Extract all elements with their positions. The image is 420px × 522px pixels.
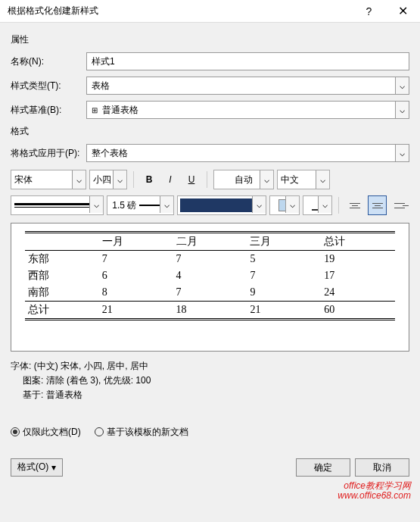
table-cell: 8	[99, 284, 173, 302]
style-preview: 一月 二月 三月 总计 东部 7 7 5 19 西部 6 4 7 17 南部	[11, 223, 409, 352]
desc-line: 字体: (中文) 宋体, 小四, 居中, 居中	[11, 359, 409, 374]
table-cell: 21	[99, 302, 173, 320]
table-cell: 7	[173, 284, 247, 302]
close-button[interactable]: ✕	[386, 0, 420, 23]
chevron-down-icon: ⌵	[113, 170, 126, 189]
dialog-button-bar: 格式(O) ▾ 确定 取消	[0, 454, 420, 484]
table-header: 总计	[321, 233, 395, 251]
chevron-down-icon: ⌵	[395, 145, 409, 161]
preview-table: 一月 二月 三月 总计 东部 7 7 5 19 西部 6 4 7 17 南部	[25, 231, 395, 320]
table-header	[25, 233, 99, 251]
line-weight-dropdown[interactable]: 1.5 磅 ⌵	[107, 195, 174, 215]
style-type-value: 表格	[92, 80, 110, 92]
language-value: 中文	[281, 173, 299, 186]
underline-button[interactable]: U	[182, 170, 201, 189]
style-base-label: 样式基准(B):	[11, 104, 86, 117]
border-preset-dropdown[interactable]: ⌵	[303, 195, 332, 215]
chevron-down-icon: ▾	[51, 462, 56, 473]
chevron-down-icon: ⌵	[316, 170, 329, 189]
font-family-value: 宋体	[14, 173, 33, 186]
title-bar: 根据格式化创建新样式 ? ✕	[0, 0, 420, 23]
apply-to-label: 将格式应用于(P):	[11, 147, 86, 160]
border-color-dropdown[interactable]: ⌵	[177, 195, 266, 215]
table-cell: 东部	[25, 251, 99, 268]
table-cell: 总计	[25, 302, 99, 320]
line-weight-value: 1.5 磅	[112, 199, 136, 212]
align-center-button[interactable]	[368, 195, 387, 215]
border-color-swatch	[180, 198, 263, 212]
table-cell: 7	[173, 251, 247, 268]
radio-label: 仅限此文档(D)	[23, 426, 81, 439]
table-cell: 17	[321, 267, 395, 284]
table-cell: 4	[173, 267, 247, 284]
table-cell: 21	[247, 302, 321, 320]
table-cell: 60	[321, 302, 395, 320]
border-toolbar: ⌵ 1.5 磅 ⌵ ⌵ ⌵ ⌵	[11, 195, 409, 215]
table-cell: 9	[247, 284, 321, 302]
chevron-down-icon: ⌵	[260, 170, 273, 189]
bold-button[interactable]: B	[140, 170, 158, 189]
chevron-down-icon: ⌵	[285, 196, 299, 213]
help-button[interactable]: ?	[352, 0, 386, 23]
table-icon: ⊞	[92, 106, 98, 114]
italic-button[interactable]: I	[161, 170, 179, 189]
radio-icon	[95, 427, 104, 436]
separator	[338, 197, 339, 214]
font-size-dropdown[interactable]: 小四 ⌵	[89, 170, 127, 189]
format-section-label: 格式	[11, 125, 409, 138]
table-cell: 7	[99, 251, 173, 268]
chevron-down-icon: ⌵	[395, 102, 409, 118]
style-name-input[interactable]	[86, 52, 409, 70]
font-size-value: 小四	[93, 173, 111, 186]
desc-line: 基于: 普通表格	[11, 388, 409, 402]
style-type-dropdown[interactable]: 表格 ⌵	[86, 77, 409, 95]
font-family-dropdown[interactable]: 宋体 ⌵	[11, 170, 86, 189]
table-cell: 西部	[25, 267, 99, 284]
cancel-button[interactable]: 取消	[355, 458, 409, 477]
table-header: 一月	[99, 233, 173, 251]
font-toolbar: 宋体 ⌵ 小四 ⌵ B I U 自动 ⌵ 中文 ⌵	[11, 170, 409, 189]
table-cell: 18	[173, 302, 247, 320]
name-label: 名称(N):	[11, 55, 86, 68]
separator	[133, 171, 134, 188]
radio-label: 基于该模板的新文档	[107, 426, 188, 439]
template-radio[interactable]: 基于该模板的新文档	[95, 426, 188, 439]
language-dropdown[interactable]: 中文 ⌵	[277, 170, 330, 189]
table-cell: 6	[99, 267, 173, 284]
properties-section-label: 属性	[11, 33, 409, 46]
chevron-down-icon: ⌵	[89, 196, 103, 213]
separator	[207, 171, 207, 188]
line-style-preview	[14, 203, 100, 208]
table-cell: 南部	[25, 284, 99, 302]
apply-to-value: 整个表格	[92, 147, 128, 160]
format-button-label: 格式(O)	[17, 461, 48, 474]
style-type-label: 样式类型(T):	[11, 80, 86, 92]
style-base-value: 普通表格	[102, 104, 138, 117]
style-base-dropdown[interactable]: ⊞ 普通表格 ⌵	[86, 101, 409, 119]
align-left-button[interactable]	[345, 195, 365, 215]
chevron-down-icon: ⌵	[318, 196, 331, 213]
chevron-down-icon: ⌵	[252, 196, 266, 213]
ok-button[interactable]: 确定	[296, 458, 350, 477]
scope-radio-group: 仅限此文档(D) 基于该模板的新文档	[11, 426, 409, 439]
watermark-text: office教程学习网	[338, 481, 411, 491]
table-cell: 5	[247, 251, 321, 268]
table-header: 三月	[247, 233, 321, 251]
align-right-button[interactable]	[390, 195, 409, 215]
table-cell: 19	[321, 251, 395, 268]
font-color-dropdown[interactable]: 自动 ⌵	[213, 170, 274, 189]
apply-to-dropdown[interactable]: 整个表格 ⌵	[86, 144, 409, 162]
this-document-radio[interactable]: 仅限此文档(D)	[11, 426, 81, 439]
format-menu-button[interactable]: 格式(O) ▾	[11, 458, 63, 477]
watermark: office教程学习网 www.office68.com	[338, 481, 411, 501]
style-description: 字体: (中文) 宋体, 小四, 居中, 居中 图案: 清除 (着色 3), 优…	[11, 359, 409, 403]
line-style-dropdown[interactable]: ⌵	[11, 195, 104, 215]
watermark-url: www.office68.com	[338, 491, 411, 501]
desc-line: 图案: 清除 (着色 3), 优先级: 100	[11, 374, 409, 388]
chevron-down-icon: ⌵	[72, 170, 86, 189]
chevron-down-icon: ⌵	[160, 196, 173, 213]
fill-color-dropdown[interactable]: ⌵	[269, 195, 299, 215]
table-cell: 7	[247, 267, 321, 284]
dialog-title: 根据格式化创建新样式	[8, 5, 352, 17]
radio-icon	[11, 427, 20, 436]
